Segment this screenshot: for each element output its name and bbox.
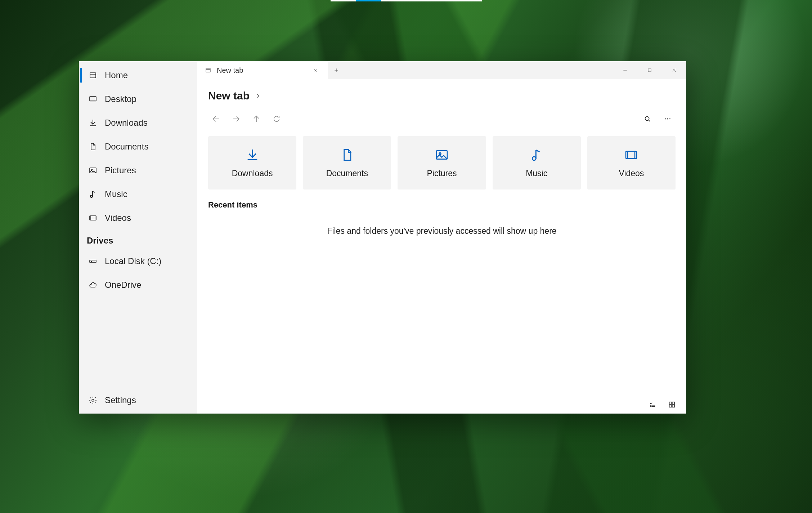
tile-label: Downloads bbox=[232, 169, 273, 178]
sidebar-item-label: Videos bbox=[105, 213, 131, 223]
document-icon bbox=[340, 148, 354, 162]
chevron-right-icon[interactable] bbox=[255, 93, 261, 99]
svg-rect-0 bbox=[90, 73, 96, 78]
svg-rect-2 bbox=[90, 97, 96, 101]
sidebar-nav: Home Desktop Downloads bbox=[79, 61, 197, 387]
video-icon bbox=[624, 148, 638, 162]
sidebar-item-pictures[interactable]: Pictures bbox=[79, 159, 197, 182]
svg-point-33 bbox=[669, 119, 670, 120]
music-icon bbox=[88, 189, 98, 199]
svg-point-15 bbox=[92, 399, 94, 401]
main-pane: New tab bbox=[197, 61, 686, 414]
disk-icon bbox=[88, 256, 98, 266]
svg-point-31 bbox=[665, 119, 666, 120]
download-icon bbox=[88, 118, 98, 128]
tile-videos[interactable]: Videos bbox=[587, 136, 676, 189]
svg-point-29 bbox=[645, 117, 649, 121]
sidebar-item-onedrive[interactable]: OneDrive bbox=[79, 273, 197, 297]
tile-documents[interactable]: Documents bbox=[303, 136, 391, 189]
sidebar-item-videos[interactable]: Videos bbox=[79, 206, 197, 230]
download-icon bbox=[245, 148, 260, 162]
view-list-button[interactable] bbox=[644, 397, 661, 412]
tile-pictures[interactable]: Pictures bbox=[398, 136, 486, 189]
sidebar-item-desktop[interactable]: Desktop bbox=[79, 87, 197, 111]
titlebar[interactable]: New tab bbox=[197, 61, 686, 79]
video-icon bbox=[88, 213, 98, 223]
sidebar-item-label: Settings bbox=[105, 395, 136, 405]
svg-rect-48 bbox=[672, 402, 674, 404]
sidebar-section-drives: Drives bbox=[79, 230, 197, 249]
tab-folder-icon bbox=[205, 67, 212, 74]
document-icon bbox=[88, 142, 98, 151]
nav-forward-button[interactable] bbox=[226, 110, 246, 128]
new-tab-button[interactable] bbox=[328, 61, 345, 79]
tile-label: Music bbox=[526, 169, 547, 178]
sidebar-item-label: Pictures bbox=[105, 165, 136, 175]
sidebar-item-settings[interactable]: Settings bbox=[79, 387, 197, 414]
nav-back-button[interactable] bbox=[206, 110, 226, 128]
tile-label: Documents bbox=[326, 169, 368, 178]
window-controls bbox=[613, 61, 686, 79]
sidebar-item-label: OneDrive bbox=[105, 280, 141, 290]
tab-close-button[interactable] bbox=[308, 62, 323, 78]
sidebar-item-label: Desktop bbox=[105, 94, 136, 104]
tile-label: Videos bbox=[619, 169, 644, 178]
tab-title: New tab bbox=[217, 66, 302, 75]
picture-icon bbox=[88, 166, 98, 175]
breadcrumb-bar: New tab bbox=[197, 79, 686, 107]
breadcrumb-title[interactable]: New tab bbox=[208, 90, 250, 102]
music-icon bbox=[529, 148, 544, 162]
tile-label: Pictures bbox=[427, 169, 457, 178]
svg-line-30 bbox=[649, 120, 650, 121]
desktop-wallpaper: Home Desktop Downloads bbox=[0, 0, 812, 513]
search-button[interactable] bbox=[637, 110, 658, 128]
sidebar-item-label: Downloads bbox=[105, 118, 148, 128]
sidebar-item-label: Home bbox=[105, 70, 128, 80]
gear-icon bbox=[88, 396, 98, 405]
svg-rect-16 bbox=[206, 68, 210, 72]
tile-downloads[interactable]: Downloads bbox=[208, 136, 296, 189]
view-grid-button[interactable] bbox=[663, 397, 681, 412]
nav-toolbar bbox=[197, 107, 686, 136]
svg-point-14 bbox=[91, 261, 92, 262]
sidebar-item-music[interactable]: Music bbox=[79, 182, 197, 206]
sidebar-item-downloads[interactable]: Downloads bbox=[79, 111, 197, 135]
tab-new-tab[interactable]: New tab bbox=[197, 61, 328, 79]
titlebar-drag-area[interactable] bbox=[345, 61, 613, 79]
close-button[interactable] bbox=[662, 61, 686, 79]
cloud-icon bbox=[88, 280, 98, 290]
home-icon bbox=[88, 71, 98, 80]
tile-music[interactable]: Music bbox=[493, 136, 581, 189]
svg-point-32 bbox=[667, 119, 668, 120]
quick-access-tiles: Downloads Documents Pictures bbox=[197, 136, 686, 189]
sidebar-item-label: Documents bbox=[105, 142, 148, 152]
desktop-icon bbox=[88, 94, 98, 104]
recent-items-heading: Recent items bbox=[197, 189, 686, 213]
sidebar-item-local-disk[interactable]: Local Disk (C:) bbox=[79, 249, 197, 273]
svg-rect-47 bbox=[669, 402, 672, 404]
minimize-button[interactable] bbox=[613, 61, 637, 79]
svg-rect-13 bbox=[90, 260, 96, 263]
sidebar-item-label: Local Disk (C:) bbox=[105, 256, 161, 266]
svg-rect-23 bbox=[648, 69, 651, 72]
svg-point-45 bbox=[650, 405, 651, 405]
sidebar: Home Desktop Downloads bbox=[79, 61, 197, 414]
sidebar-item-home[interactable]: Home bbox=[79, 63, 197, 87]
svg-point-46 bbox=[650, 406, 651, 407]
file-explorer-window: Home Desktop Downloads bbox=[79, 61, 686, 414]
recent-items-empty-message: Files and folders you've previously acce… bbox=[197, 213, 686, 249]
window-top-accent bbox=[331, 0, 482, 1]
maximize-button[interactable] bbox=[637, 61, 662, 79]
picture-icon bbox=[435, 148, 449, 162]
more-button[interactable] bbox=[658, 110, 678, 128]
nav-up-button[interactable] bbox=[246, 110, 266, 128]
sidebar-item-label: Music bbox=[105, 189, 127, 199]
nav-refresh-button[interactable] bbox=[266, 110, 287, 128]
svg-rect-50 bbox=[672, 405, 674, 407]
svg-rect-49 bbox=[669, 405, 672, 407]
sidebar-item-documents[interactable]: Documents bbox=[79, 135, 197, 159]
statusbar bbox=[197, 396, 686, 414]
